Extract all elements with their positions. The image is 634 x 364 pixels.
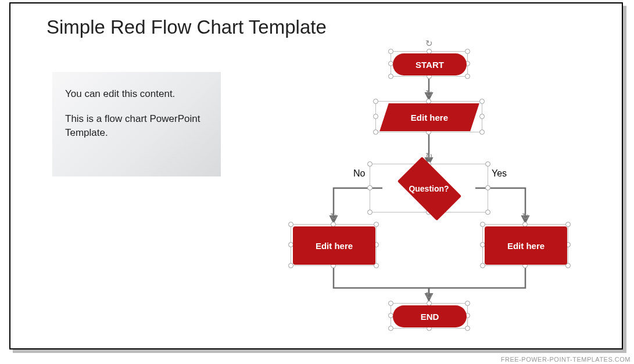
decision-label: Question?	[370, 184, 488, 193]
resize-handle[interactable]	[480, 263, 485, 268]
resize-handle[interactable]	[367, 210, 372, 215]
slide: Simple Red Flow Chart Template You can e…	[9, 2, 623, 349]
resize-handle[interactable]	[465, 301, 470, 306]
resize-handle[interactable]	[479, 129, 485, 135]
branch-yes-label: Yes	[492, 168, 507, 179]
resize-handle[interactable]	[373, 99, 378, 104]
resize-handle[interactable]	[479, 114, 485, 119]
decision-selection[interactable]: ↻ Question?	[370, 164, 488, 212]
resize-handle[interactable]	[465, 326, 470, 331]
start-selection[interactable]: ↻ START	[391, 51, 468, 77]
connectors	[10, 3, 622, 348]
resize-handle[interactable]	[485, 161, 490, 167]
resize-handle[interactable]	[479, 99, 485, 104]
resize-handle[interactable]	[373, 114, 378, 119]
end-node[interactable]: END	[393, 305, 467, 327]
resize-handle[interactable]	[565, 222, 571, 227]
resize-handle[interactable]	[374, 222, 379, 227]
left-process-label: Edit here	[316, 241, 353, 251]
rotate-handle-icon[interactable]: ↻	[521, 212, 530, 221]
resize-handle[interactable]	[480, 222, 485, 227]
resize-handle[interactable]	[388, 301, 393, 306]
resize-handle[interactable]	[288, 263, 293, 268]
resize-handle[interactable]	[465, 74, 470, 79]
flowchart-canvas: ↻ START ↻ Edit here ↻	[10, 3, 622, 348]
right-process-selection[interactable]: ↻ Edit here	[482, 224, 568, 266]
right-process-node[interactable]: Edit here	[485, 226, 567, 265]
right-process-label: Edit here	[507, 241, 545, 251]
resize-handle[interactable]	[367, 161, 372, 167]
rotate-handle-icon[interactable]: ↻	[425, 39, 434, 48]
resize-handle[interactable]	[288, 222, 293, 227]
rotate-handle-icon[interactable]: ↻	[329, 212, 338, 221]
left-process-selection[interactable]: ↻ Edit here	[291, 224, 377, 266]
start-node[interactable]: START	[393, 53, 467, 75]
resize-handle[interactable]	[485, 210, 490, 215]
watermark: FREE-POWER-POINT-TEMPLATES.COM	[501, 356, 631, 363]
left-process-node[interactable]: Edit here	[293, 226, 375, 265]
resize-handle[interactable]	[373, 129, 378, 135]
input-node[interactable]: Edit here	[384, 103, 475, 131]
end-selection[interactable]: ↻ END	[391, 303, 468, 329]
resize-handle[interactable]	[388, 326, 393, 331]
resize-handle[interactable]	[465, 49, 470, 54]
resize-handle[interactable]	[388, 49, 393, 54]
end-label: END	[421, 312, 439, 322]
rotate-handle-icon[interactable]: ↻	[424, 152, 434, 161]
rotate-handle-icon[interactable]: ↻	[424, 89, 434, 98]
resize-handle[interactable]	[388, 74, 393, 79]
input-label: Edit here	[411, 113, 448, 122]
branch-no-label: No	[353, 168, 365, 179]
start-label: START	[415, 60, 444, 70]
input-selection[interactable]: ↻ Edit here	[375, 101, 482, 132]
rotate-handle-icon[interactable]: ↻	[425, 291, 434, 300]
